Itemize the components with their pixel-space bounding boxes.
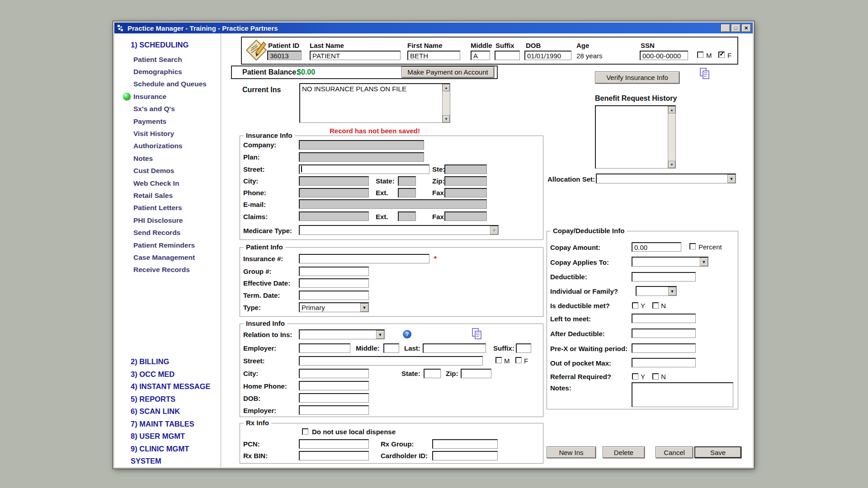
dob-field[interactable] <box>524 51 571 60</box>
insured-street-field[interactable] <box>299 356 483 366</box>
new-ins-button[interactable]: New Ins <box>547 446 596 458</box>
no-local-dispense-checkbox[interactable] <box>302 428 308 435</box>
deductible-met-yes-checkbox[interactable] <box>632 302 638 309</box>
sidebar-item-web-check-in[interactable]: Web Check In <box>133 177 207 189</box>
last-name-field[interactable] <box>310 51 401 60</box>
sidebar-item-patient-letters[interactable]: Patient Letters <box>133 202 207 214</box>
chevron-down-icon[interactable]: ▼ <box>376 330 384 339</box>
first-name-field[interactable] <box>407 51 460 60</box>
individual-family-dropdown[interactable]: ▼ <box>636 286 677 296</box>
benefit-history-listbox[interactable]: ▲ ▼ <box>595 105 676 169</box>
pcn-field[interactable] <box>299 439 369 449</box>
sidebar-section-billing[interactable]: 2) BILLING <box>131 356 211 368</box>
relation-to-ins-dropdown[interactable]: ▼ <box>299 329 385 339</box>
medicare-type-dropdown[interactable]: ▼ <box>299 225 499 235</box>
term-date-field[interactable] <box>299 291 369 300</box>
notes-textarea[interactable] <box>632 382 733 407</box>
save-button[interactable]: Save <box>694 446 741 458</box>
prex-waiting-field[interactable] <box>632 343 696 353</box>
sidebar-item-phi-disclosure[interactable]: PHI Disclosure <box>133 214 207 226</box>
sidebar-section-scan-link[interactable]: 6) SCAN LINK <box>131 405 211 418</box>
sidebar-section-user-mgmt[interactable]: 8) USER MGMT <box>131 430 211 443</box>
sidebar-item-sxs-and-qs[interactable]: Sx's and Q's <box>133 103 207 115</box>
sidebar-section-instant-message[interactable]: 4) INSTANT MESSAGE <box>131 380 211 393</box>
scroll-down-icon[interactable]: ▼ <box>443 115 450 122</box>
benefit-history-scrollbar[interactable]: ▲ ▼ <box>668 106 675 168</box>
rx-bin-field[interactable] <box>299 451 369 460</box>
referral-yes-checkbox[interactable] <box>632 373 638 380</box>
title-bar[interactable]: Practice Manager - Training - Practice P… <box>114 23 753 33</box>
copy-icon[interactable] <box>472 328 482 340</box>
copay-amount-field[interactable] <box>632 242 681 252</box>
rx-group-field[interactable] <box>432 439 498 449</box>
insured-zip-field[interactable] <box>461 369 491 378</box>
sidebar-item-authorizations[interactable]: Authorizations <box>133 140 207 152</box>
left-to-meet-field[interactable] <box>632 314 696 323</box>
insured-employer-field[interactable] <box>299 343 350 353</box>
percent-checkbox[interactable] <box>689 243 696 249</box>
sidebar-section-scheduling[interactable]: 1) SCHEDULING <box>131 41 189 49</box>
current-ins-listbox[interactable]: NO INSURANCE PLANS ON FILE ▲ ▼ <box>299 83 450 123</box>
sidebar-item-notes[interactable]: Notes <box>133 152 207 164</box>
close-button[interactable]: ✕ <box>741 24 751 32</box>
allocation-set-dropdown[interactable]: ▼ <box>596 174 736 183</box>
sidebar-section-occ-med[interactable]: 3) OCC MED <box>131 368 211 381</box>
insured-city-field[interactable] <box>299 369 369 378</box>
cancel-button[interactable]: Cancel <box>656 446 693 458</box>
sidebar-section-maint-tables[interactable]: 7) MAINT TABLES <box>131 418 211 431</box>
sidebar-item-schedule-and-queues[interactable]: Schedule and Queues <box>133 78 207 90</box>
sidebar-section-reports[interactable]: 5) REPORTS <box>131 393 211 406</box>
chevron-down-icon[interactable]: ▼ <box>668 287 676 296</box>
sidebar-item-cust-demos[interactable]: Cust Demos <box>133 165 207 177</box>
sidebar-item-retail-sales[interactable]: Retail Sales <box>133 189 207 202</box>
sidebar-item-case-management[interactable]: Case Management <box>133 251 207 263</box>
insured-last-field[interactable] <box>423 343 486 353</box>
copy-icon[interactable] <box>699 68 710 80</box>
scroll-down-icon[interactable]: ▼ <box>668 161 675 168</box>
sidebar-item-receive-records[interactable]: Receive Records <box>133 264 207 276</box>
type-dropdown[interactable]: Primary ▼ <box>299 302 369 312</box>
delete-button[interactable]: Delete <box>603 446 645 458</box>
referral-no-checkbox[interactable] <box>652 373 659 380</box>
minimize-button[interactable]: _ <box>721 24 730 32</box>
ssn-field[interactable] <box>640 51 688 60</box>
chevron-down-icon[interactable]: ▼ <box>360 303 368 312</box>
insured-suffix-field[interactable] <box>516 343 531 353</box>
effective-date-field[interactable] <box>299 278 369 288</box>
chevron-down-icon[interactable]: ▼ <box>727 174 736 183</box>
male-checkbox[interactable] <box>697 52 703 58</box>
sidebar-item-send-records[interactable]: Send Records <box>133 226 207 239</box>
female-checkbox[interactable]: ✓ <box>718 52 725 58</box>
sidebar-item-payments[interactable]: Payments <box>133 115 207 127</box>
sidebar-section-system[interactable]: SYSTEM <box>131 455 211 468</box>
scroll-up-icon[interactable]: ▲ <box>668 106 675 113</box>
verify-insurance-button[interactable]: Verify Insurance Info <box>595 71 679 84</box>
deductible-met-no-checkbox[interactable] <box>652 302 659 309</box>
out-of-pocket-field[interactable] <box>632 358 696 367</box>
current-ins-scrollbar[interactable]: ▲ ▼ <box>442 84 450 122</box>
deductible-field[interactable] <box>632 272 696 282</box>
insured-employer2-field[interactable] <box>299 405 369 415</box>
street-field[interactable] <box>299 164 429 174</box>
cardholder-id-field[interactable] <box>432 451 498 460</box>
chevron-down-icon[interactable]: ▼ <box>700 258 708 266</box>
group-number-field[interactable] <box>299 267 369 276</box>
sidebar-item-patient-reminders[interactable]: Patient Reminders <box>133 239 207 251</box>
insured-middle-field[interactable] <box>383 343 399 353</box>
insurance-number-field[interactable] <box>299 254 429 263</box>
insured-state-field[interactable] <box>424 369 441 378</box>
make-payment-button[interactable]: Make Payment on Account <box>401 66 494 78</box>
scroll-up-icon[interactable]: ▲ <box>443 84 450 91</box>
insured-dob-field[interactable] <box>299 393 369 403</box>
middle-field[interactable] <box>471 51 490 60</box>
sidebar-item-insurance[interactable]: Insurance <box>133 90 207 103</box>
sidebar-item-demographics[interactable]: Demographics <box>133 66 207 78</box>
suffix-field[interactable] <box>495 51 520 60</box>
insured-male-checkbox[interactable] <box>495 357 502 363</box>
sidebar-item-patient-search[interactable]: Patient Search <box>133 53 207 66</box>
insured-female-checkbox[interactable] <box>515 357 522 363</box>
maximize-button[interactable]: □ <box>731 24 741 32</box>
after-deductible-field[interactable] <box>632 328 696 338</box>
sidebar-item-visit-history[interactable]: Visit History <box>133 127 207 140</box>
copay-applies-dropdown[interactable]: ▼ <box>632 257 708 267</box>
